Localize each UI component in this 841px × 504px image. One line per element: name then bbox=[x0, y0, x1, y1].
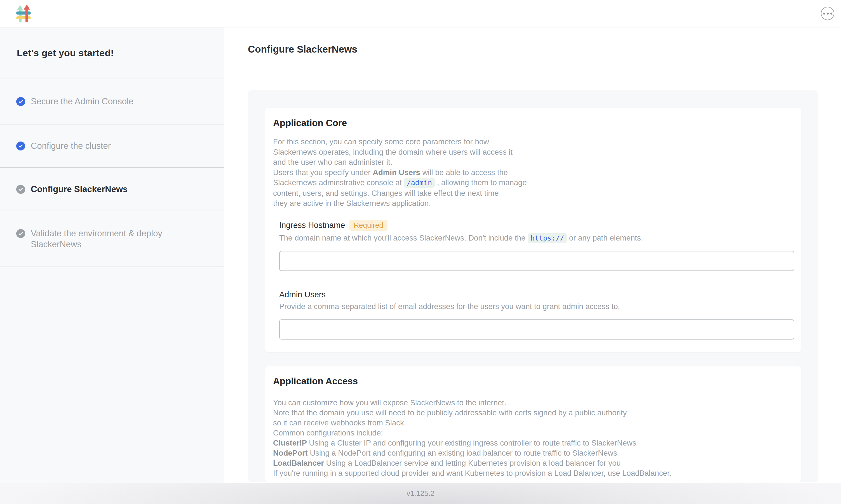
step-pending-check-icon bbox=[16, 229, 25, 238]
description-line: If you're running in a supported cloud p… bbox=[273, 468, 784, 478]
description-line: Common configurations include: bbox=[273, 428, 784, 438]
step-label: Secure the Admin Console bbox=[31, 96, 133, 107]
version-label: v1.125.2 bbox=[407, 489, 434, 498]
field-label: Admin Users bbox=[279, 290, 326, 299]
field-help: The domain name at which you'll access S… bbox=[279, 234, 794, 242]
ellipsis-icon bbox=[823, 13, 832, 15]
steps-nav: Secure the Admin Console Configure the c… bbox=[0, 79, 224, 267]
ingress-hostname-field-group: Ingress Hostname Required The domain nam… bbox=[279, 220, 794, 271]
config-fields: Ingress Hostname Required The domain nam… bbox=[279, 220, 794, 340]
description-line: and the user who can administer it. bbox=[273, 157, 784, 167]
description-line: they are active in the Slackernews appli… bbox=[273, 198, 784, 209]
admin-users-input[interactable] bbox=[279, 319, 794, 340]
sidebar-item-secure-admin-console[interactable]: Secure the Admin Console bbox=[0, 79, 224, 124]
card-title: Application Core bbox=[273, 118, 801, 128]
description-line: Note that the domain you use will need t… bbox=[273, 408, 784, 418]
config-main: Configure SlackerNews Application Core F… bbox=[224, 28, 841, 483]
https-scheme-code: https:// bbox=[527, 233, 567, 243]
step-pending-check-icon bbox=[16, 185, 25, 194]
description-line: content, users, and settings. Changes wi… bbox=[273, 188, 784, 199]
sidebar-header: Let's get you started! bbox=[0, 28, 224, 79]
topbar bbox=[0, 0, 841, 28]
sidebar-item-configure-cluster[interactable]: Configure the cluster bbox=[0, 124, 224, 168]
app-logo-icon bbox=[16, 4, 31, 22]
description-line: NodePort Using a NodePort and configurin… bbox=[273, 448, 784, 458]
setup-steps-sidebar: Let's get you started! Secure the Admin … bbox=[0, 28, 224, 483]
description-line: Slackernews operates, including the doma… bbox=[273, 147, 784, 158]
description-line: Users that you specify under Admin Users… bbox=[273, 167, 784, 178]
description-line: LoadBalancer Using a LoadBalancer servic… bbox=[273, 458, 784, 468]
content-row: Let's get you started! Secure the Admin … bbox=[0, 28, 841, 483]
field-label-row: Ingress Hostname Required bbox=[279, 220, 794, 231]
description-line: so it can receive webhooks from Slack. bbox=[273, 418, 784, 428]
config-panel: Application Core For this section, you c… bbox=[248, 90, 818, 482]
sidebar-heading: Let's get you started! bbox=[17, 48, 114, 58]
sidebar-item-validate-and-deploy[interactable]: Validate the environment & deploy Slacke… bbox=[0, 211, 224, 267]
field-label-row: Admin Users bbox=[279, 290, 794, 299]
description-line: ClusterIP Using a Cluster IP and configu… bbox=[273, 438, 784, 448]
step-label: Validate the environment & deploy Slacke… bbox=[31, 228, 187, 250]
admin-users-field-group: Admin Users Provide a comma-separated li… bbox=[279, 290, 794, 340]
admin-console-screen: Let's get you started! Secure the Admin … bbox=[0, 0, 841, 504]
ingress-hostname-input[interactable] bbox=[279, 251, 794, 271]
card-title: Application Access bbox=[273, 376, 801, 386]
application-access-card: Application Access You can customize how… bbox=[265, 366, 801, 482]
more-options-button[interactable] bbox=[821, 7, 834, 20]
step-label: Configure SlackerNews bbox=[31, 184, 128, 195]
description-line: Slackernews adminstrative console at /ad… bbox=[273, 178, 784, 188]
step-complete-check-icon bbox=[16, 97, 25, 106]
application-core-card: Application Core For this section, you c… bbox=[265, 108, 801, 353]
step-label: Configure the cluster bbox=[31, 140, 111, 151]
page-title: Configure SlackerNews bbox=[248, 43, 841, 55]
card-description: You can customize how you will expose Sl… bbox=[273, 398, 801, 478]
field-help: Provide a comma-separated list of email … bbox=[279, 302, 794, 311]
sidebar-item-configure-slackernews[interactable]: Configure SlackerNews bbox=[0, 168, 224, 211]
footer: v1.125.2 bbox=[0, 483, 841, 504]
required-badge: Required bbox=[350, 220, 388, 231]
admin-path-code: /admin bbox=[404, 178, 435, 188]
step-complete-check-icon bbox=[16, 142, 25, 150]
description-line: You can customize how you will expose Sl… bbox=[273, 398, 784, 408]
title-divider bbox=[248, 69, 826, 69]
card-description: For this section, you can specify some c… bbox=[273, 137, 801, 209]
description-line: For this section, you can specify some c… bbox=[273, 137, 784, 147]
field-label: Ingress Hostname bbox=[279, 221, 345, 230]
